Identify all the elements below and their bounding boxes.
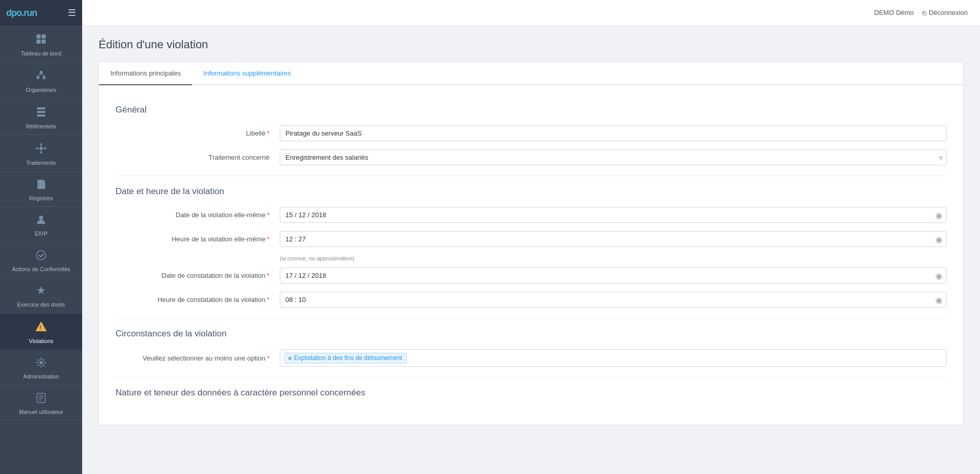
topbar: DEMO Démo ⎋ Déconnexion [82, 0, 980, 26]
tag-remove-icon[interactable]: × [288, 354, 292, 362]
actions-icon [35, 250, 47, 264]
manuel-icon [35, 392, 47, 407]
form-row-heure-constat: Heure de constatation de la violation* ◉ [116, 292, 947, 308]
heure-hint: (si connue, ou approximation) [280, 255, 947, 261]
logout-icon: ⎋ [922, 8, 927, 17]
form-row-date-constat: Date de constatation de la violation* ◉ [116, 268, 947, 283]
sidebar-item-actions-conformites[interactable]: Actions de Conformités [0, 242, 82, 278]
heure-violation-clear-icon[interactable]: ◉ [935, 234, 943, 244]
section-date-title: Date et heure de la violation [116, 186, 947, 197]
date-constat-clear-icon[interactable]: ◉ [935, 271, 943, 280]
topbar-user: DEMO Démo [874, 9, 914, 16]
svg-point-26 [40, 361, 43, 364]
sidebar-label-exercice: Exercice des droits [17, 301, 65, 308]
heure-violation-label: Heure de la violation elle-même* [116, 235, 280, 243]
form-card: Informations principales Informations su… [99, 62, 964, 425]
sidebar-item-exercice-droits[interactable]: Exercice des droits [0, 278, 82, 313]
sidebar-label-actions: Actions de Conformités [12, 266, 70, 272]
app-logo: dpo.run [6, 8, 37, 18]
heure-constat-wrapper: ◉ [280, 292, 947, 308]
form-row-date-violation: Date de la violation elle-même* ◉ [116, 207, 947, 223]
sidebar-item-administration[interactable]: Administration [0, 350, 82, 385]
date-constat-input[interactable] [280, 268, 947, 283]
svg-rect-9 [37, 107, 45, 109]
main-content: DEMO Démo ⎋ Déconnexion Édition d'une vi… [82, 0, 980, 474]
referentiels-icon [35, 106, 47, 121]
svg-line-8 [41, 74, 44, 76]
tab-informations-principales[interactable]: Informations principales [99, 62, 192, 85]
sidebar-header: dpo.run ☰ [0, 0, 82, 26]
svg-point-12 [40, 147, 43, 150]
sidebar-label-organismes: Organismes [26, 87, 56, 93]
form-row-libelle: Libellé* [116, 125, 947, 141]
sidebar-item-manuel[interactable]: Manuel utilisateur [0, 385, 82, 421]
tag-label: Exploitation à des fins de détournement [294, 354, 402, 362]
heure-violation-wrapper: ◉ [280, 231, 947, 247]
sidebar-label-tableau: Tableau de bord [21, 50, 62, 56]
exercice-droits-icon [35, 285, 47, 299]
organismes-icon [35, 69, 47, 85]
heure-violation-input[interactable] [280, 231, 947, 247]
svg-point-15 [40, 143, 42, 145]
date-violation-wrapper: ◉ [280, 207, 947, 223]
registres-icon [35, 179, 47, 193]
svg-rect-10 [37, 111, 45, 113]
traitements-icon [35, 142, 47, 158]
sidebar-label-manuel: Manuel utilisateur [19, 409, 63, 415]
eivp-icon [35, 214, 47, 229]
date-violation-input[interactable] [280, 207, 947, 223]
sidebar-label-administration: Administration [23, 373, 59, 380]
traitement-label: Traitement concerné [116, 154, 280, 161]
sidebar-label-traitements: Traitements [26, 160, 56, 166]
svg-rect-0 [36, 34, 41, 39]
svg-rect-11 [37, 115, 45, 117]
date-constat-wrapper: ◉ [280, 268, 947, 283]
svg-point-13 [36, 147, 38, 149]
date-violation-label: Date de la violation elle-même* [116, 211, 280, 219]
form-row-heure-violation: Heure de la violation elle-même* ◉ [116, 231, 947, 247]
sidebar-item-eivp[interactable]: EIVP [0, 207, 82, 242]
form-row-circonstances: Veuillez sélectionner au moins une optio… [116, 349, 947, 367]
svg-point-14 [44, 147, 46, 149]
sidebar-item-registres[interactable]: Registres [0, 172, 82, 207]
heure-constat-clear-icon[interactable]: ◉ [935, 295, 943, 305]
hamburger-icon[interactable]: ☰ [68, 7, 76, 18]
section-divider-1 [116, 176, 947, 176]
sidebar-item-traitements[interactable]: Traitements [0, 135, 82, 172]
sidebar-item-tableau-de-bord[interactable]: Tableau de bord [0, 26, 82, 62]
heure-constat-input[interactable] [280, 292, 947, 308]
svg-rect-2 [36, 40, 41, 44]
circonstances-tag-input[interactable]: × Exploitation à des fins de détournemen… [280, 349, 947, 367]
svg-rect-22 [39, 185, 43, 186]
svg-point-24 [36, 251, 46, 260]
section-divider-3 [116, 377, 947, 377]
sidebar-item-organismes[interactable]: Organismes [0, 62, 82, 99]
sidebar-item-referentiels[interactable]: Référentiels [0, 99, 82, 135]
svg-text:!: ! [40, 325, 41, 331]
sidebar-label-registres: Registres [29, 195, 53, 201]
section-divider-2 [116, 318, 947, 318]
dashboard-icon [35, 33, 47, 48]
page-title: Édition d'une violation [99, 38, 964, 51]
traitement-select[interactable]: Enregistrement des salariés [280, 149, 947, 165]
svg-rect-21 [39, 184, 43, 185]
svg-rect-3 [42, 40, 46, 44]
sidebar-label-violations: Violations [29, 338, 53, 344]
date-violation-clear-icon[interactable]: ◉ [935, 210, 943, 220]
sidebar-label-referentiels: Référentiels [26, 123, 56, 129]
tabs: Informations principales Informations su… [99, 62, 963, 85]
date-constat-label: Date de constatation de la violation* [116, 272, 280, 279]
libelle-label: Libellé* [116, 129, 280, 137]
logout-button[interactable]: ⎋ Déconnexion [922, 8, 968, 17]
form-body: Général Libellé* Traitement concerné [99, 85, 963, 425]
administration-icon [35, 357, 47, 371]
content-area: Édition d'une violation Informations pri… [82, 26, 980, 474]
tab-informations-supplementaires[interactable]: Informations supplémentaires [192, 62, 302, 85]
sidebar: dpo.run ☰ Tableau de bord Organismes Réf… [0, 0, 82, 474]
svg-point-5 [36, 76, 40, 79]
circonstances-label: Veuillez sélectionner au moins une optio… [116, 354, 280, 362]
libelle-input[interactable] [280, 125, 947, 141]
sidebar-label-eivp: EIVP [34, 231, 47, 237]
section-circonstances-title: Circonstances de la violation [116, 329, 947, 339]
sidebar-item-violations[interactable]: ! Violations [0, 313, 82, 350]
